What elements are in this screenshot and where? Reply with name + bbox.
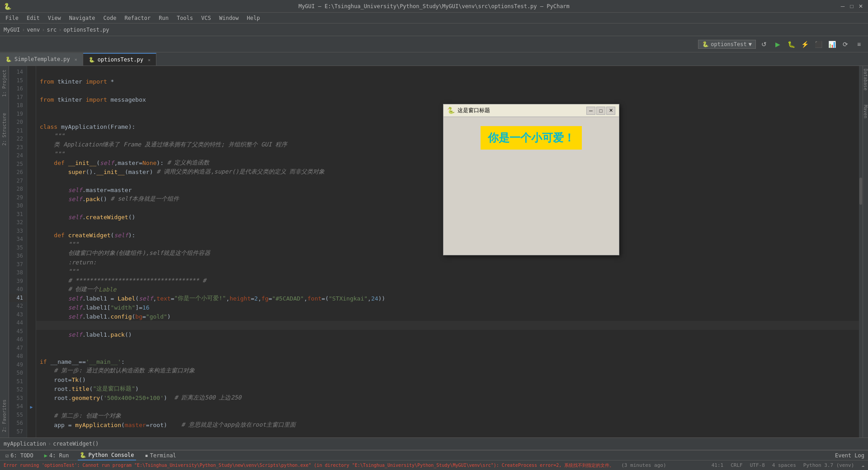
status-position[interactable]: 41:1 — [712, 462, 724, 468]
code-line-14 — [36, 68, 859, 77]
line-num-41: 41 — [9, 294, 27, 302]
code-line-48: root=Tk() — [36, 375, 859, 384]
tab-simpletemplate[interactable]: 🐍 SimpleTemplate.py ✕ — [0, 53, 83, 66]
menu-view[interactable]: View — [44, 14, 65, 22]
right-tab-database[interactable]: Database — [862, 66, 868, 93]
toolbar: 🐍 optionsTest ▼ ↺ ▶ 🐛 ⚡ ⬛ 📊 ⟳ ≡ — [0, 36, 868, 52]
side-tab-project[interactable]: 1: Project — [0, 66, 9, 100]
menu-code[interactable]: Code — [100, 14, 120, 22]
menu-help[interactable]: Help — [243, 14, 264, 22]
code-line-47: # 第一步: 通过类的默认构造函数 来构造主窗口对象 — [36, 366, 859, 375]
floating-preview-window[interactable]: 🐍 这是窗口标题 ─ □ ✕ 你是一个小可爱！ — [443, 104, 619, 255]
line-num-21: 21 — [9, 127, 27, 135]
coverage-button[interactable]: 📊 — [826, 39, 837, 50]
menu-window[interactable]: Window — [216, 14, 242, 22]
code-line-43: self.label1.pack() — [36, 330, 859, 339]
menu-vcs[interactable]: VCS — [198, 14, 215, 22]
menu-refactor[interactable]: Refactor — [121, 14, 154, 22]
breadcrumb-venv[interactable]: venv — [27, 27, 40, 33]
vertical-scrollbar[interactable] — [859, 66, 863, 437]
debug-button[interactable]: 🐛 — [786, 39, 797, 50]
line-num-48: 48 — [9, 352, 27, 361]
bottom-tab-python-console[interactable]: 🐍 Python Console — [78, 451, 136, 461]
refresh-button[interactable]: ⟳ — [840, 39, 851, 50]
code-line-36: """ — [36, 267, 859, 276]
menu-file[interactable]: File — [2, 14, 22, 22]
status-right: 41:1 CRLF UTF-8 4 spaces Python 3.7 (ven… — [712, 462, 864, 468]
line-num-49: 49 — [9, 361, 27, 369]
more-button[interactable]: ≡ — [854, 39, 864, 50]
reload-button[interactable]: ↺ — [759, 39, 769, 50]
line-num-36: 36 — [9, 252, 27, 260]
line-num-27: 27 — [9, 177, 27, 185]
line-num-47: 47 — [9, 344, 27, 352]
float-minimize-button[interactable]: ─ — [586, 107, 595, 115]
bottom-tab-run[interactable]: ▶ 4: Run — [42, 451, 71, 461]
line-num-53: 53 — [9, 394, 27, 403]
window-title: MyGUI – E:\Tsinghua_University\Python_St… — [298, 3, 570, 9]
stop-button[interactable]: ⬛ — [813, 39, 824, 50]
breadcrumb-mygui[interactable]: MyGUI — [4, 27, 20, 33]
code-line-51 — [36, 402, 859, 411]
run-label: 4: Run — [49, 452, 69, 459]
tab-close-optionstest[interactable]: ✕ — [148, 57, 151, 62]
right-tab-maven[interactable]: Maven — [862, 102, 868, 121]
bottom-tab-terminal[interactable]: ▪ Terminal — [143, 451, 178, 461]
code-line-50: root.geometry('500x400+250+100') # 距离左边5… — [36, 393, 859, 402]
status-encoding[interactable]: UTF-8 — [750, 462, 765, 468]
status-line-ending[interactable]: CRLF — [731, 462, 743, 468]
float-content: 你是一个小可爱！ — [443, 117, 619, 159]
float-close-button[interactable]: ✕ — [606, 107, 615, 115]
line-num-42: 42 — [9, 302, 27, 310]
status-time-ago: (3 minutes ago) — [621, 462, 666, 468]
maximize-button[interactable]: □ — [848, 3, 855, 10]
breadcrumb-class[interactable]: myApplication — [4, 441, 46, 447]
line-num-33: 33 — [9, 227, 27, 235]
minimize-button[interactable]: ─ — [839, 3, 846, 10]
menu-tools[interactable]: Tools — [173, 14, 197, 22]
line-num-40: 40 — [9, 285, 27, 294]
status-python-ver[interactable]: Python 3.7 (venv) — [803, 462, 854, 468]
run-config-selector[interactable]: 🐍 optionsTest ▼ — [698, 40, 756, 49]
toolbar-right: 🐍 optionsTest ▼ ↺ ▶ 🐛 ⚡ ⬛ 📊 ⟳ ≡ — [698, 39, 864, 50]
line-num-20: 20 — [9, 118, 27, 127]
side-tab-structure[interactable]: 2: Structure — [0, 109, 9, 149]
tab-optionstest[interactable]: 🐍 optionsTest.py ✕ — [83, 53, 156, 66]
python-console-icon: 🐍 — [80, 452, 86, 458]
line-num-45: 45 — [9, 327, 27, 336]
code-line-46: if __name__=='__main__': — [36, 357, 859, 366]
code-line-38: # 创建一个Lable — [36, 285, 859, 294]
close-button[interactable]: ✕ — [857, 3, 864, 10]
float-maximize-button[interactable]: □ — [596, 107, 605, 115]
nav-bar: MyGUI › venv › src › optionsTest.py — [0, 24, 868, 36]
breadcrumb-file[interactable]: optionsTest.py — [63, 27, 109, 33]
scroll-thumb[interactable] — [859, 178, 862, 205]
code-line-17: from tkinter import messagebox — [36, 95, 859, 104]
status-error-text: Error running 'optionsTest': Cannot run … — [4, 462, 614, 469]
tab-icon-optionstest: 🐍 — [89, 57, 95, 63]
float-window-controls: ─ □ ✕ — [586, 107, 615, 115]
bottom-tab-todo[interactable]: ☑ 6: TODO — [4, 451, 35, 461]
run-button[interactable]: ▶ — [772, 39, 783, 50]
status-indent[interactable]: 4 spaces — [772, 462, 796, 468]
line-num-55: 55 — [9, 411, 27, 419]
tab-bar: 🐍 SimpleTemplate.py ✕ 🐍 optionsTest.py ✕ — [0, 52, 868, 66]
status-bar: Error running 'optionsTest': Cannot run … — [0, 460, 868, 470]
breadcrumb-method[interactable]: createWidget() — [53, 441, 99, 447]
menu-navigate[interactable]: Navigate — [66, 14, 99, 22]
code-line-41: self.label1.config(bg="gold") — [36, 312, 859, 321]
side-tab-favorites[interactable]: 2: Favorites — [0, 396, 9, 436]
code-line-45 — [36, 348, 859, 357]
run-config-label: optionsTest — [711, 41, 746, 47]
line-num-57: 57 — [9, 428, 27, 436]
tab-close-simpletemplate[interactable]: ✕ — [75, 57, 77, 62]
status-git: ☁ — [861, 462, 864, 468]
event-log-label[interactable]: Event Log — [835, 452, 864, 459]
line-num-43: 43 — [9, 310, 27, 319]
profile-button[interactable]: ⚡ — [799, 39, 810, 50]
breadcrumb-src[interactable]: src — [47, 27, 57, 33]
line-num-29: 29 — [9, 193, 27, 202]
line-num-54: 54 — [9, 402, 27, 411]
menu-edit[interactable]: Edit — [23, 14, 43, 22]
menu-run[interactable]: Run — [155, 14, 172, 22]
